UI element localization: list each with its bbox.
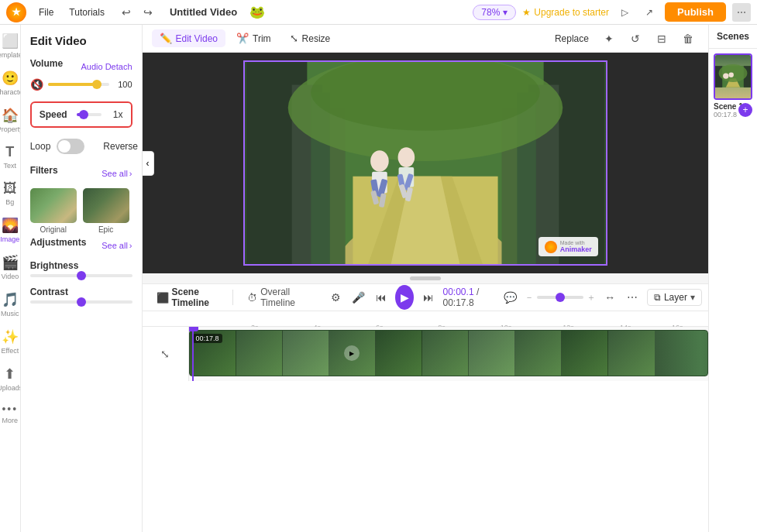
sidebar-item-music[interactable]: 🎵 Music (0, 287, 21, 322)
settings-icon[interactable]: ⚙ (328, 287, 344, 308)
layer-button[interactable]: ⧉ Layer ▾ (647, 289, 702, 306)
expand-icon[interactable]: ↔ (602, 287, 618, 308)
panel-collapse-button[interactable]: ‹ (142, 151, 154, 176)
topbar-menu: File Tutorials (33, 5, 111, 19)
video-clip-strip[interactable]: ▶ 00:17.8 (189, 330, 708, 376)
sidebar-item-more[interactable]: ••• More (0, 398, 21, 429)
sidebar-label-property: Property (0, 125, 21, 133)
preview-button[interactable]: ▷ (615, 3, 634, 22)
panel-title: Edit Video (30, 34, 132, 47)
trim-icon: ✂️ (236, 33, 249, 44)
zoom-selector[interactable]: 78% ▾ (473, 5, 516, 20)
mirror-icon[interactable]: ⊟ (651, 28, 673, 50)
timeline-track-content[interactable]: ▶ 00:17.8 (189, 327, 708, 381)
caption-icon[interactable]: 💬 (502, 287, 518, 308)
magic-wand-icon[interactable]: ✦ (598, 28, 620, 50)
track-label: ⤡ (143, 327, 189, 381)
filters-see-all-button[interactable]: See all › (102, 169, 132, 178)
overall-timeline-tab[interactable]: ⏱ Overall Timeline (239, 283, 315, 311)
timeline-playhead[interactable] (192, 327, 194, 381)
brightness-slider[interactable] (30, 274, 132, 277)
volume-slider[interactable] (48, 83, 109, 86)
sidebar-label-bg: Bg (5, 198, 14, 206)
adjustments-see-all-button[interactable]: See all › (102, 241, 132, 250)
speed-slider[interactable] (77, 113, 102, 116)
menu-file[interactable]: File (33, 5, 60, 19)
sidebar-item-character[interactable]: 🙂 Character (0, 65, 21, 101)
see-all-label: See all (102, 169, 128, 178)
trim-tab[interactable]: ✂️ Trim (229, 29, 279, 47)
refresh-icon[interactable]: ↺ (625, 28, 646, 50)
play-button[interactable]: ▶ (395, 285, 414, 310)
sidebar-label-templates: Templates (0, 51, 21, 59)
zoom-plus-icon[interactable]: ＋ (587, 291, 596, 304)
edit-video-tab[interactable]: ✏️ Edit Video (152, 29, 226, 47)
more-timeline-icon[interactable]: ⋯ (625, 287, 641, 308)
templates-icon: ⬜ (2, 33, 19, 50)
clip-time-badge: 00:17.8 (193, 334, 222, 343)
zoom-slider-thumb[interactable] (556, 293, 565, 302)
contrast-slider[interactable] (30, 300, 132, 304)
resize-tab[interactable]: ⤡ Resize (282, 29, 339, 47)
contrast-slider-thumb[interactable] (77, 297, 86, 307)
sidebar-label-uploads: Uploads (0, 384, 21, 392)
upgrade-label: Upgrade to starter (534, 7, 609, 18)
property-icon: 🏠 (2, 107, 19, 124)
project-title: Untitled Video (170, 6, 237, 18)
scene-timeline-tab[interactable]: ⬛ Scene Timeline (149, 283, 227, 311)
filter-original[interactable]: Original (30, 188, 77, 234)
zoom-slider[interactable] (537, 296, 583, 299)
zoom-controls: － ＋ (525, 291, 596, 304)
share-button[interactable]: ↗ (640, 3, 659, 22)
more-options-button[interactable]: ⋯ (732, 3, 751, 22)
sidebar-item-video[interactable]: 🎬 Video (0, 249, 21, 285)
filter-epic[interactable]: Epic (83, 188, 129, 234)
loop-toggle-knob (58, 140, 71, 153)
upgrade-button[interactable]: ★ Upgrade to starter (522, 7, 609, 18)
app-logo[interactable]: ★ (6, 2, 26, 22)
track-resize-icon[interactable]: ⤡ (160, 348, 170, 360)
sidebar-item-bg[interactable]: 🖼 Bg (0, 176, 21, 211)
layer-dropdown-icon: ▾ (690, 292, 695, 303)
loop-toggle-group: Loop (30, 139, 85, 154)
video-watermark: Made with Animaker (539, 237, 598, 256)
scene-item-1[interactable]: Scene 1 00:17.8 + (709, 49, 757, 123)
menu-tutorials[interactable]: Tutorials (63, 5, 111, 19)
brightness-slider-thumb[interactable] (77, 271, 86, 280)
replace-button[interactable]: Replace (555, 33, 589, 44)
sidebar-item-text[interactable]: T Text (0, 139, 21, 174)
main-content: ✏️ Edit Video ✂️ Trim ⤡ Resize Replace ✦… (143, 25, 708, 532)
loop-toggle[interactable] (57, 139, 84, 154)
music-icon: 🎵 (2, 291, 19, 308)
sidebar-item-templates[interactable]: ⬜ Templates (0, 28, 21, 63)
playhead-handle[interactable] (189, 327, 198, 331)
skip-forward-button[interactable]: ⏭ (420, 287, 436, 308)
redo-button[interactable]: ↪ (139, 3, 157, 22)
volume-section-header: Volume Audio Detach (30, 58, 132, 75)
sidebar-item-property[interactable]: 🏠 Property (0, 102, 21, 138)
audio-detach-button[interactable]: Audio Detach (81, 62, 132, 71)
sidebar-item-uploads[interactable]: ⬆ Uploads (0, 361, 21, 396)
speed-slider-thumb[interactable] (79, 110, 88, 119)
undo-redo-group: ↩ ↪ (117, 3, 157, 22)
delete-icon[interactable]: 🗑 (677, 28, 699, 50)
filter-epic-thumb (83, 188, 129, 223)
speed-value: 1x (108, 109, 123, 120)
skip-back-button[interactable]: ⏮ (373, 287, 389, 308)
brightness-label: Brightness (30, 260, 132, 271)
publish-button[interactable]: Publish (665, 2, 726, 22)
scene-1-image (715, 55, 751, 98)
sidebar-item-image[interactable]: 🌄 Image (0, 212, 21, 248)
volume-slider-thumb[interactable] (92, 80, 102, 89)
svg-point-13 (370, 150, 389, 172)
edit-video-icon: ✏️ (160, 33, 172, 44)
zoom-minus-icon[interactable]: － (525, 291, 534, 304)
sidebar-item-effect[interactable]: ✨ Effect (0, 324, 21, 359)
more-icon: ••• (2, 403, 18, 415)
sidebar-label-video: Video (1, 273, 19, 280)
mic-icon[interactable]: 🎤 (350, 287, 366, 308)
sidebar-label-music: Music (1, 310, 19, 317)
edit-video-label: Edit Video (176, 33, 218, 44)
scene-add-button[interactable]: + (738, 103, 752, 117)
undo-button[interactable]: ↩ (117, 3, 136, 22)
